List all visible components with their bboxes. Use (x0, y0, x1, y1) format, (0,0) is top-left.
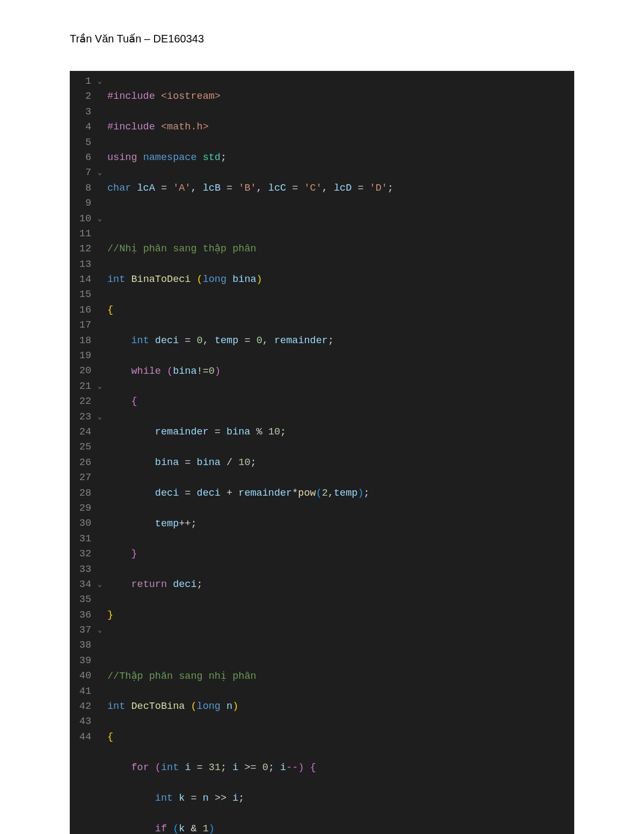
code-line: if (k & 1) (107, 822, 574, 834)
line-number: 13 (70, 257, 91, 272)
line-number: 10 (70, 212, 91, 227)
code-line: { (107, 394, 574, 409)
code-line: for (int i = 31; i >= 0; i--) { (107, 760, 574, 775)
chevron-down-icon[interactable]: ⌄ (94, 410, 105, 425)
code-line: using namespace std; (107, 150, 574, 165)
line-number: 42 (70, 699, 91, 714)
line-number: 26 (70, 455, 91, 470)
line-number: 44 (70, 730, 91, 745)
code-line: int deci = 0, temp = 0, remainder; (107, 333, 574, 349)
line-number: 5 (70, 135, 91, 150)
line-number: 41 (70, 684, 91, 699)
code-line: int k = n >> i; (107, 791, 574, 806)
line-number: 8 (70, 181, 91, 196)
code-line: return deci; (107, 577, 574, 592)
line-number: 6 (70, 150, 91, 165)
line-number: 21 (70, 379, 91, 394)
code-line: while (bina!=0) (107, 364, 574, 379)
code-line: int BinaToDeci (long bina) (107, 272, 574, 287)
line-number: 37 (70, 623, 91, 638)
line-number: 43 (70, 714, 91, 729)
code-line: { (107, 730, 574, 745)
line-number: 22 (70, 394, 91, 409)
line-number: 24 (70, 425, 91, 440)
code-line: deci = deci + remainder*pow(2,temp); (107, 486, 574, 501)
code-line: #include <iostream> (107, 89, 574, 104)
code-line: bina = bina / 10; (107, 455, 574, 470)
line-number: 32 (70, 547, 91, 562)
line-numbers-gutter: 1 2 3 4 5 6 7 8 9 10 11 12 13 14 15 16 1… (70, 74, 94, 834)
code-line (107, 639, 574, 654)
line-number: 30 (70, 516, 91, 531)
page-header: Trần Văn Tuấn – DE160343 (70, 32, 574, 45)
code-line: #include <math.h> (107, 120, 574, 135)
document-page: Trần Văn Tuấn – DE160343 1 2 3 4 5 6 7 8… (0, 0, 644, 834)
line-number: 28 (70, 486, 91, 501)
line-number: 18 (70, 333, 91, 349)
line-number: 3 (70, 105, 91, 120)
line-number: 36 (70, 608, 91, 623)
line-number: 12 (70, 242, 91, 257)
line-number: 7 (70, 165, 91, 180)
line-number: 15 (70, 287, 91, 302)
code-line: //Nhị phân sang thập phân (107, 242, 574, 257)
line-number: 27 (70, 470, 91, 485)
line-number: 19 (70, 349, 91, 364)
line-number: 29 (70, 501, 91, 516)
line-number: 40 (70, 669, 91, 684)
chevron-down-icon[interactable]: ⌄ (94, 74, 105, 89)
line-number: 33 (70, 562, 91, 577)
code-editor: 1 2 3 4 5 6 7 8 9 10 11 12 13 14 15 16 1… (70, 71, 574, 834)
chevron-down-icon[interactable]: ⌄ (94, 623, 105, 638)
code-line (107, 212, 574, 227)
fold-column: ⌄ ⌄ ⌄ ⌄ ⌄ (94, 74, 105, 834)
chevron-down-icon[interactable]: ⌄ (94, 212, 105, 227)
line-number: 23 (70, 410, 91, 425)
code-line: { (107, 303, 574, 318)
line-number: 11 (70, 227, 91, 242)
code-line: } (107, 547, 574, 562)
line-number: 25 (70, 440, 91, 455)
line-number: 2 (70, 89, 91, 104)
code-line: } (107, 608, 574, 623)
line-number: 1 (70, 74, 91, 89)
line-number: 35 (70, 592, 91, 607)
code-content: #include <iostream> #include <math.h> us… (105, 74, 574, 834)
line-number: 14 (70, 272, 91, 287)
code-line: temp++; (107, 517, 574, 532)
line-number: 31 (70, 532, 91, 547)
line-number: 9 (70, 196, 91, 211)
chevron-down-icon[interactable]: ⌄ (94, 577, 105, 592)
line-number: 17 (70, 318, 91, 333)
line-number: 20 (70, 364, 91, 379)
code-line: //Thập phân sang nhị phân (107, 669, 574, 684)
code-line: remainder = bina % 10; (107, 425, 574, 440)
line-number: 34 (70, 577, 91, 592)
line-number: 38 (70, 638, 91, 653)
line-number: 39 (70, 654, 91, 669)
line-number: 16 (70, 303, 91, 318)
code-line: char lcA = 'A', lcB = 'B', lcC = 'C', lc… (107, 181, 574, 196)
chevron-down-icon[interactable]: ⌄ (94, 379, 105, 394)
line-number: 4 (70, 120, 91, 135)
chevron-down-icon[interactable]: ⌄ (94, 165, 105, 180)
code-line: int DecToBina (long n) (107, 699, 574, 714)
